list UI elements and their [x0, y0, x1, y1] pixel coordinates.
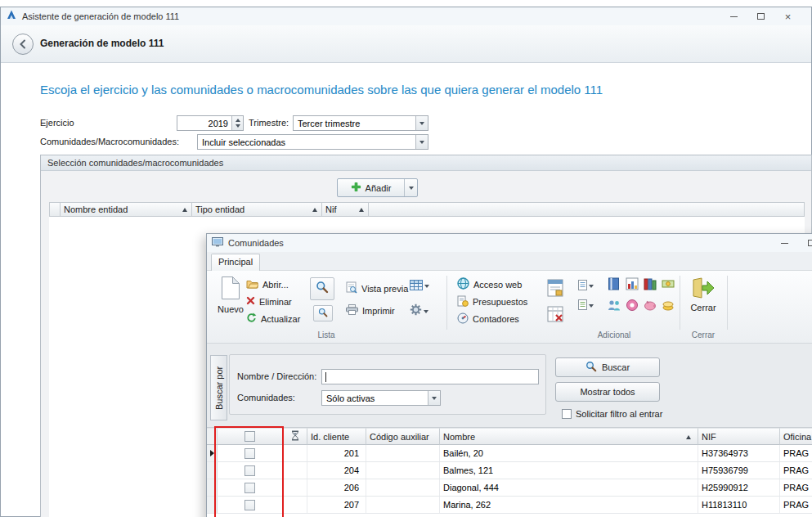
- eliminar-button[interactable]: Eliminar: [246, 294, 292, 309]
- cell-nombre: Diagonal, 444: [440, 479, 698, 496]
- ejercicio-input[interactable]: 2019: [177, 115, 244, 131]
- add-button[interactable]: Añadir: [337, 178, 418, 197]
- imprimir-button[interactable]: Imprimir: [346, 303, 395, 318]
- cell-nif: H75936799: [698, 462, 780, 479]
- presupuestos-button[interactable]: Presupuestos: [457, 294, 527, 309]
- acceso-web-button[interactable]: Acceso web: [457, 276, 522, 292]
- ribbon-tabstrip: Principal: [207, 252, 812, 271]
- minimize-icon[interactable]: [771, 234, 798, 252]
- row-checkbox-cell[interactable]: [218, 445, 283, 461]
- contadores-button[interactable]: Contadores: [457, 311, 519, 326]
- cell-id: 201: [307, 445, 366, 461]
- grid-view-dropdown[interactable]: [410, 279, 429, 294]
- preview-icon: [346, 281, 357, 295]
- col-checkbox-header[interactable]: [218, 428, 283, 445]
- buscar-label: Buscar: [602, 362, 630, 372]
- mostrar-todos-button[interactable]: Mostrar todos: [555, 382, 660, 402]
- comunidades-filter-label: Comunidades:: [237, 393, 295, 402]
- wizard-titlebar: Asistente de generación de modelo 111 ×: [1, 7, 811, 25]
- row-checkbox-cell[interactable]: [218, 479, 283, 496]
- budget-icon: [457, 295, 469, 308]
- solicitar-filtro-checkbox[interactable]: [562, 409, 572, 419]
- groupbox-title: Selección comunidades/macrocomunidades: [41, 155, 811, 171]
- cash-icon[interactable]: [662, 277, 675, 290]
- tab-principal[interactable]: Principal: [211, 254, 260, 271]
- spinner-down-icon[interactable]: [236, 124, 240, 128]
- add-button-main[interactable]: Añadir: [338, 179, 404, 196]
- col-nombre[interactable]: Nombre: [440, 428, 698, 445]
- col-oficina[interactable]: Oficina: [780, 428, 812, 445]
- col-nombre-entidad[interactable]: Nombre entidad: [61, 202, 192, 217]
- actualizar-button[interactable]: Actualizar: [246, 311, 300, 326]
- col-status-header[interactable]: [283, 428, 307, 445]
- comunidades-grid: Id. cliente Código auxiliar Nombre NIF O…: [207, 428, 812, 517]
- col-nif[interactable]: Nif: [322, 202, 369, 217]
- document-menu-button[interactable]: [578, 279, 594, 294]
- cerrar-button[interactable]: Cerrar: [683, 277, 724, 312]
- row-checkbox-cell[interactable]: [218, 462, 283, 479]
- add-dropdown-arrow[interactable]: [404, 179, 417, 196]
- cell-codigo: [366, 497, 440, 513]
- chart-icon[interactable]: [626, 277, 639, 290]
- buscar-button[interactable]: Buscar: [555, 357, 660, 377]
- year-spinner[interactable]: [231, 116, 243, 130]
- spinner-up-icon[interactable]: [236, 119, 240, 122]
- back-button[interactable]: [12, 34, 34, 55]
- cell-nombre: Bailén, 20: [440, 445, 698, 461]
- chevron-down-icon[interactable]: [415, 116, 428, 130]
- row-checkbox-cell[interactable]: [218, 497, 283, 513]
- col-tipo-entidad[interactable]: Tipo entidad: [192, 202, 322, 217]
- cell-nombre: Marina, 262: [440, 497, 698, 513]
- vista-previa-button[interactable]: Vista previa: [346, 281, 408, 296]
- abrir-button[interactable]: Abrir...: [246, 276, 289, 292]
- row-checkbox[interactable]: [244, 483, 255, 493]
- search-tool-button[interactable]: [310, 277, 334, 300]
- row-checkbox[interactable]: [244, 500, 255, 510]
- comunidades-filter-select[interactable]: Sólo activas: [321, 390, 441, 406]
- maximize-icon[interactable]: [798, 234, 812, 252]
- maximize-icon[interactable]: [747, 7, 774, 25]
- search-small-button[interactable]: [313, 305, 333, 321]
- table-row[interactable]: 201 Bailén, 20 H37364973 PRAG: [207, 445, 812, 462]
- buscar-por-tab[interactable]: Buscar por: [210, 355, 227, 420]
- nuevo-button[interactable]: Nuevo: [212, 276, 249, 314]
- trimestre-select[interactable]: Tercer trimestre: [293, 115, 428, 131]
- ledger-icon[interactable]: [608, 277, 621, 290]
- comunidades-mode-select[interactable]: Incluir seleccionadas: [197, 134, 428, 150]
- comunidades-window-controls: [771, 234, 812, 252]
- table-delete-button[interactable]: [547, 305, 563, 326]
- group-separator: [446, 276, 447, 330]
- nuevo-label: Nuevo: [218, 304, 244, 314]
- col-codigo-auxiliar[interactable]: Código auxiliar: [366, 428, 440, 445]
- settings-dropdown[interactable]: [410, 303, 428, 319]
- contadores-label: Contadores: [473, 314, 519, 324]
- wizard-table-header: Nombre entidad Tipo entidad Nif: [49, 202, 805, 217]
- col-id-cliente[interactable]: Id. cliente: [307, 428, 366, 445]
- table-row[interactable]: 204 Balmes, 121 H75936799 PRAG: [207, 462, 812, 479]
- row-status-cell: [283, 479, 307, 496]
- comunidades-filter-value: Sólo activas: [326, 393, 375, 403]
- wheel-icon[interactable]: [626, 299, 639, 312]
- table-row[interactable]: 207 Marina, 262 H11813110 PRAG: [207, 497, 812, 514]
- table-row[interactable]: 206 Diagonal, 444 H25990912 PRAG: [207, 479, 812, 497]
- col-nif[interactable]: NIF: [698, 428, 780, 445]
- chevron-down-icon: [589, 304, 594, 308]
- document-menu-button-2[interactable]: [578, 299, 594, 313]
- sort-asc-icon: [686, 435, 691, 439]
- row-checkbox[interactable]: [244, 465, 255, 476]
- abrir-label: Abrir...: [262, 280, 289, 290]
- row-checkbox[interactable]: [244, 448, 255, 459]
- nombre-direccion-input[interactable]: [321, 369, 539, 384]
- header-checkbox[interactable]: [244, 431, 255, 442]
- coins-icon[interactable]: [662, 299, 675, 312]
- report-button[interactable]: [547, 279, 563, 300]
- piggy-bank-icon[interactable]: [644, 299, 657, 312]
- library-icon[interactable]: [644, 277, 657, 290]
- people-icon[interactable]: [608, 299, 621, 312]
- chevron-down-icon[interactable]: [428, 391, 440, 405]
- minimize-icon[interactable]: [720, 7, 747, 25]
- ejercicio-label: Ejercicio: [40, 118, 74, 128]
- cell-oficina: PRAG: [780, 479, 812, 496]
- chevron-down-icon[interactable]: [415, 135, 428, 149]
- close-icon[interactable]: ×: [774, 7, 801, 25]
